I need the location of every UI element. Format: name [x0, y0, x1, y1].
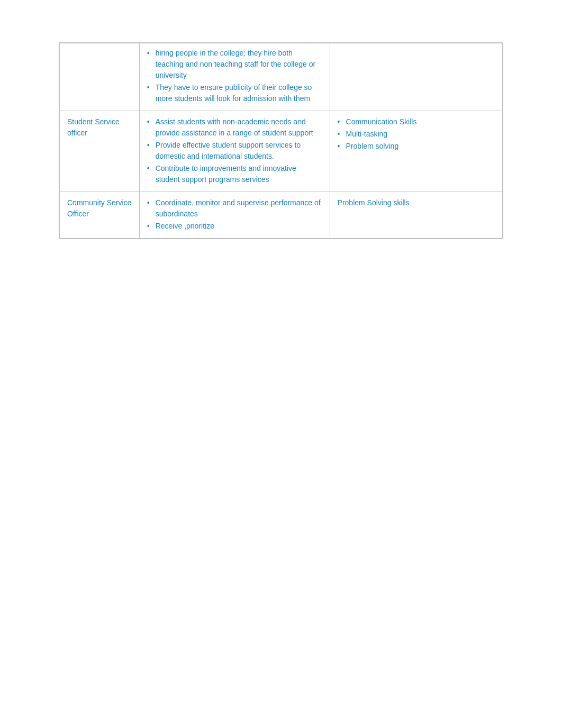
inline-text: both teaching and [156, 49, 293, 68]
skill-text: Problem Solving skills [338, 198, 410, 207]
role-label: Community Service Officer [67, 198, 131, 218]
inline-text: They have to ensure [156, 83, 223, 92]
role-label: Student Service officer [67, 117, 120, 137]
main-table: hiring people in the college; they hire … [59, 43, 503, 239]
duty-text: Provide effective student support servic… [156, 141, 301, 160]
duties-cell-community-service: Coordinate, monitor and supervise perfor… [139, 192, 330, 239]
duty-text: Assist students with non-academic needs … [156, 117, 313, 137]
skill-text: Communication Skills [346, 117, 417, 126]
list-item: Coordinate, monitor and supervise perfor… [147, 197, 322, 220]
duty-text: They have to ensure publicity of their c… [156, 83, 312, 103]
list-item: Provide effective student support servic… [147, 140, 322, 162]
duty-text: hiring people in the college; they hire … [156, 49, 316, 79]
table-container: hiring people in the college; they hire … [59, 42, 503, 239]
skill-text: Problem solving [346, 142, 399, 150]
duties-cell-student-service: Assist students with non-academic needs … [139, 111, 330, 192]
list-item: Receive ,prioritize [147, 221, 322, 232]
duties-cell-hiring: hiring people in the college; they hire … [139, 43, 330, 111]
list-item: They have to ensure publicity of their c… [147, 82, 322, 104]
role-cell-student-service: Student Service officer [60, 111, 140, 192]
duty-text: Receive ,prioritize [156, 222, 214, 230]
role-cell-hiring [60, 43, 140, 111]
table-row: Student Service officer Assist students … [60, 111, 503, 192]
list-item: Multi-tasking [338, 129, 495, 140]
page-wrapper: hiring people in the college; they hire … [0, 0, 562, 728]
table-row: Community Service Officer Coordinate, mo… [60, 192, 503, 239]
inline-text: their [262, 83, 276, 92]
inline-text: Assist students with non-academic needs … [156, 117, 313, 137]
list-item: Problem solving [338, 141, 495, 152]
table-row: hiring people in the college; they hire … [60, 43, 503, 111]
list-item: Contribute to improvements and innovativ… [147, 163, 322, 185]
list-item: hiring people in the college; they hire … [147, 48, 322, 81]
skill-text: Multi-tasking [346, 130, 388, 138]
skills-cell-student-service: Communication Skills Multi-tasking Probl… [330, 111, 502, 192]
role-cell-community-service: Community Service Officer [60, 192, 140, 239]
skills-cell-hiring [330, 43, 502, 111]
list-item: Assist students with non-academic needs … [147, 116, 322, 139]
duty-text: Contribute to improvements and innovativ… [156, 164, 296, 184]
duty-text: Coordinate, monitor and supervise perfor… [156, 198, 321, 218]
skills-cell-community-service: Problem Solving skills [330, 192, 502, 239]
list-item: Communication Skills [338, 116, 495, 128]
